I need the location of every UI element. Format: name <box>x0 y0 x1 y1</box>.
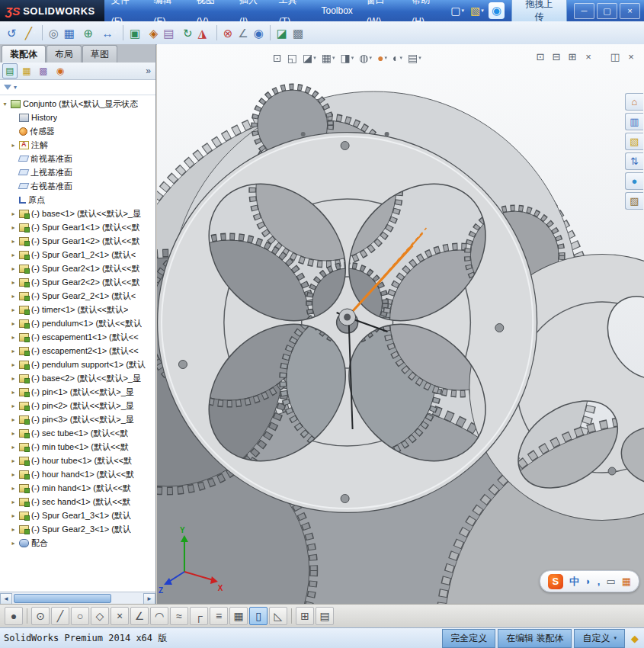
file-explorer-icon[interactable]: ▧ <box>625 133 643 150</box>
view-settings-icon[interactable]: ▤▾ <box>406 50 423 66</box>
pendulum-1-expander[interactable]: ▸ <box>10 320 17 327</box>
mate-icon[interactable]: ◈ <box>147 24 161 42</box>
undo-icon-caret[interactable]: ▾ <box>18 30 21 36</box>
circle-tool-icon[interactable]: ○ <box>71 607 89 625</box>
tree-item-front-plane[interactable]: 前视基准面 <box>0 152 155 165</box>
sketch-icon[interactable]: ╱▾ <box>23 24 38 42</box>
tree-item-history[interactable]: History <box>0 111 155 124</box>
exploded-view-icon-caret[interactable]: ▾ <box>207 30 210 36</box>
tree-horizontal-scrollbar[interactable]: ◄ ► <box>0 592 155 605</box>
component-pattern-icon-caret[interactable]: ▾ <box>75 30 78 36</box>
conjunto-root-expander[interactable]: ▾ <box>2 101 8 107</box>
viewport-close-icon[interactable]: × <box>624 50 638 63</box>
status-custom[interactable]: 自定义▾ <box>574 629 625 648</box>
spur-gear1-3-1-expander[interactable]: ▸ <box>10 512 17 519</box>
tree-item-min-hand-1[interactable]: ▸(-) min hand<1> (默认<<默 <box>0 481 155 495</box>
tree-item-escapement2-1[interactable]: ▸(-) escapement2<1> (默认<< <box>0 344 155 358</box>
spur-gear2-3-1-expander[interactable]: ▸ <box>10 526 17 533</box>
smart-fasteners-icon-caret[interactable]: ▾ <box>94 30 97 36</box>
tree-item-sec-tube-1[interactable]: ▸(-) sec tube<1> (默认<<默 <box>0 426 155 440</box>
gear-scene[interactable]: Y X Z <box>157 44 644 605</box>
tree-item-origin[interactable]: 原点 <box>0 193 155 207</box>
tree-item-mates[interactable]: ▸配合 <box>0 536 155 550</box>
tree-item-base-1[interactable]: ▸(-) base<1> (默认<<默认>_显 <box>0 207 155 220</box>
list-tool-icon[interactable]: ▤ <box>316 607 334 625</box>
scrollbar-thumb[interactable] <box>14 594 111 603</box>
spline-tool-icon[interactable]: ≈ <box>170 607 188 625</box>
doc-restore-icon[interactable]: ⊡ <box>533 50 547 63</box>
open-document-icon[interactable]: ▧▾ <box>468 2 486 19</box>
tree-item-spur-gear1-1[interactable]: ▸(-) Spur Gear1<1> (默认<<默 <box>0 220 155 234</box>
view-palette-icon[interactable]: ⇅ <box>625 152 643 170</box>
timer-1-expander[interactable]: ▸ <box>10 306 17 313</box>
assembly-features-icon[interactable]: ▤▾ <box>161 24 180 42</box>
pendulum-support-1-expander[interactable]: ▸ <box>10 361 17 368</box>
angle-tool-icon[interactable]: ∠ <box>130 607 149 625</box>
spur-gear2-2-1-expander[interactable]: ▸ <box>10 293 17 300</box>
apply-scene-icon-caret[interactable]: ▾ <box>399 55 402 61</box>
section-view-tool-icon[interactable]: ◪ <box>274 24 290 42</box>
insert-components-icon[interactable]: ▣▾ <box>127 24 146 42</box>
undo-icon[interactable]: ↺▾ <box>5 24 22 42</box>
tree-item-spur-gear1-2[interactable]: ▸(-) Spur Gear1<2> (默认<<默 <box>0 234 155 248</box>
min-hand-1-expander[interactable]: ▸ <box>10 485 17 492</box>
tree-item-pin-1[interactable]: ▸(-) pin<1> (默认<<默认>_显 <box>0 385 155 399</box>
mates-expander[interactable]: ▸ <box>10 540 17 547</box>
move-component-icon[interactable]: ↔▾ <box>100 24 120 42</box>
pin-1-expander[interactable]: ▸ <box>10 389 17 396</box>
min-tube-1-expander[interactable]: ▸ <box>10 444 17 451</box>
tree-item-hour-tube-1[interactable]: ▸(-) hour tube<1> (默认<<默 <box>0 454 155 467</box>
tree-item-top-plane[interactable]: 上视基准面 <box>0 165 155 179</box>
mass-properties-icon[interactable]: ◉ <box>252 24 266 42</box>
displaymanager-tab-icon[interactable]: ◉ <box>53 63 68 79</box>
tree-item-pendulum-1[interactable]: ▸(-) pendulum<1> (默认<<默认 <box>0 316 155 330</box>
centerline-tool-icon[interactable]: ≡ <box>210 607 228 625</box>
tree-item-spur-gear2-2-1[interactable]: ▸(-) Spur Gear2_2<1> (默认< <box>0 289 155 303</box>
maximize-button[interactable]: ▢ <box>597 3 617 19</box>
base-1-expander[interactable]: ▸ <box>10 210 17 217</box>
ime-toolbox-icon[interactable]: ▦ <box>622 576 631 587</box>
solidworks-resources-icon[interactable]: ⌂ <box>625 93 643 111</box>
display-style-icon-caret[interactable]: ▾ <box>351 55 354 61</box>
tree-item-sensors[interactable]: 传感器 <box>0 124 155 138</box>
annotations-expander[interactable]: ▸ <box>10 142 17 149</box>
apply-scene-icon[interactable]: ◐▾ <box>391 50 404 66</box>
sogou-upload-app-icon[interactable]: ◉ <box>489 2 505 19</box>
escapement2-1-expander[interactable]: ▸ <box>10 348 17 354</box>
hide-show-items-icon-caret[interactable]: ▾ <box>369 55 372 61</box>
assembly-features-icon-caret[interactable]: ▾ <box>175 30 178 36</box>
display-style-icon[interactable]: ◨▾ <box>338 50 355 66</box>
tree-item-base-2[interactable]: ▸(-) base<2> (默认<<默认>_显 <box>0 371 155 385</box>
ime-keyboard-icon[interactable]: ▭ <box>606 576 615 587</box>
tab-layout[interactable]: 布局 <box>46 45 82 63</box>
panel-overflow-chevron[interactable]: » <box>146 66 153 76</box>
status-fully-defined[interactable]: 完全定义 <box>442 629 495 648</box>
filter-caret-icon[interactable]: ▾ <box>14 84 17 91</box>
tree-item-annotations[interactable]: ▸注解 <box>0 138 155 152</box>
tree-item-sec-hand-1[interactable]: ▸(-) sec hand<1> (默认<<默 <box>0 495 155 508</box>
pin-2-expander[interactable]: ▸ <box>10 403 17 409</box>
arc-tool-icon[interactable]: ◠ <box>150 607 168 625</box>
tree-item-right-plane[interactable]: 右视基准面 <box>0 179 155 193</box>
new-document-icon[interactable]: ▢▾ <box>448 2 466 19</box>
tree-item-min-tube-1[interactable]: ▸(-) min tube<1> (默认<<默 <box>0 440 155 454</box>
spur-gear2-2-expander[interactable]: ▸ <box>10 279 17 286</box>
hour-tube-1-expander[interactable]: ▸ <box>10 457 17 464</box>
triangle-tool-icon[interactable]: ◺ <box>269 607 287 625</box>
rectangle-tool-icon[interactable]: ▯ <box>249 607 268 625</box>
interference-detection-icon[interactable]: ⊗ <box>221 24 235 42</box>
scrollbar-track[interactable] <box>12 593 143 605</box>
minimize-button[interactable]: ─ <box>574 3 594 19</box>
graphics-viewport[interactable]: Y X Z ⊡◱◪▾▦▾◨▾◍▾●▾◐▾▤▾ ⊡⊟⊞×◫× ⌂▥▧⇅●▨ S中◗… <box>157 44 644 605</box>
spur-gear2-1-expander[interactable]: ▸ <box>10 265 17 272</box>
grid-tool-icon[interactable]: ▦ <box>229 607 248 625</box>
screen-capture-icon[interactable]: ▩ <box>290 24 306 42</box>
tree-item-spur-gear1-2-1[interactable]: ▸(-) Spur Gear1_2<1> (默认< <box>0 248 155 261</box>
open-document-icon-caret[interactable]: ▾ <box>481 8 484 14</box>
tree-item-spur-gear1-3-1[interactable]: ▸(-) Spur Gear1_3<1> (默认 <box>0 508 155 522</box>
pin-3-expander[interactable]: ▸ <box>10 416 17 423</box>
spur-gear1-1-expander[interactable]: ▸ <box>10 224 17 231</box>
scroll-right-button[interactable]: ► <box>143 593 155 605</box>
status-custom-caret[interactable]: ▾ <box>614 635 617 641</box>
doc-tile-icon[interactable]: ⊞ <box>566 50 579 63</box>
